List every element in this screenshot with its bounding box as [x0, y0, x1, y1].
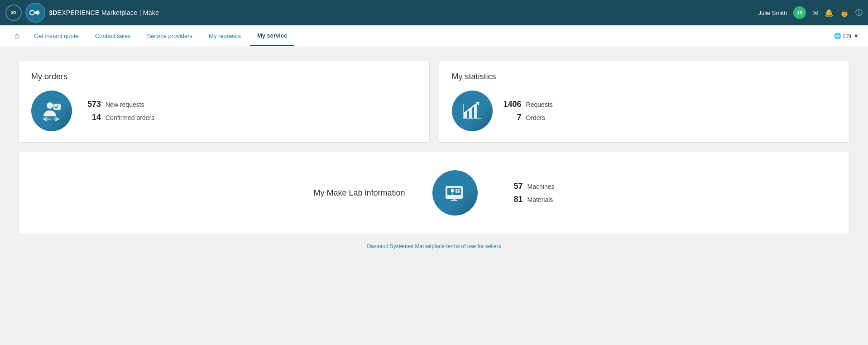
stat-num-orders: 7 [504, 113, 522, 122]
app-title: 3DEXPERIENCE Marketplace | Make [49, 9, 159, 16]
stat-label-confirmed-orders: Confirmed orders [106, 114, 154, 121]
stat-label-orders: Orders [526, 114, 546, 121]
nav-my-requests[interactable]: My requests [201, 26, 248, 46]
nav-my-service[interactable]: My service [250, 26, 295, 46]
svg-rect-12 [451, 189, 454, 192]
nav-contact-sales[interactable]: Contact sales [88, 26, 138, 46]
lang-label: EN [843, 33, 851, 39]
user-avatar[interactable]: JS [793, 6, 806, 19]
translate-icon: 🌐 [834, 33, 841, 39]
my-orders-title: My orders [31, 72, 417, 81]
logo-3d-icon: 3D [5, 5, 22, 21]
my-statistics-stats: 1406 Requests 7 Orders [504, 100, 553, 122]
svg-rect-17 [447, 196, 457, 197]
my-statistics-title: My statistics [452, 72, 837, 81]
svg-rect-20 [451, 200, 457, 201]
my-orders-stats: 573 New requests 14 Confirmed orders [83, 100, 154, 122]
svg-point-2 [37, 11, 40, 14]
my-makelab-card[interactable]: My Make Lab information [18, 152, 850, 234]
my-statistics-card[interactable]: My statistics 1406 [439, 61, 850, 143]
stat-orders: 7 Orders [504, 113, 553, 122]
my-statistics-body: 1406 Requests 7 Orders [452, 91, 837, 131]
stat-label-materials: Materials [528, 196, 553, 203]
terms-link[interactable]: Dassault Systèmes Marketplace terms of u… [367, 243, 501, 249]
stat-new-requests: 573 New requests [83, 100, 154, 109]
user-name: Julie Smith [758, 10, 787, 16]
stat-label-new-requests: New requests [106, 101, 144, 108]
stat-num-machines: 57 [505, 182, 523, 191]
svg-rect-19 [453, 199, 456, 200]
svg-rect-7 [474, 105, 477, 118]
footer: Dassault Systèmes Marketplace terms of u… [18, 234, 850, 259]
home-nav-icon[interactable]: ⌂ [9, 31, 25, 41]
my-makelab-title: My Make Lab information [313, 188, 405, 198]
bell-icon[interactable]: 🔔 [825, 9, 834, 17]
stat-num-confirmed-orders: 14 [83, 113, 101, 122]
my-makelab-icon [432, 170, 478, 216]
nav-get-instant-quote[interactable]: Get instant quote [27, 26, 86, 46]
header-right: Julie Smith JS ✉ 🔔 👨 ⓘ [758, 6, 863, 19]
stat-machines: 57 Machines [505, 182, 555, 191]
language-selector[interactable]: 🌐 EN ▼ [834, 33, 859, 39]
stat-num-requests: 1406 [504, 100, 522, 109]
main-content: My orders 573 New re [0, 47, 868, 345]
my-orders-body: 573 New requests 14 Confirmed orders [31, 91, 417, 131]
logo-app-icon [25, 3, 45, 23]
chevron-down-icon: ▼ [853, 33, 859, 39]
stat-num-new-requests: 573 [83, 100, 101, 109]
my-orders-icon [31, 91, 72, 131]
my-orders-card[interactable]: My orders 573 New re [18, 61, 430, 143]
stat-label-machines: Machines [528, 183, 555, 190]
stat-confirmed-orders: 14 Confirmed orders [83, 113, 154, 122]
my-statistics-icon [452, 91, 493, 131]
header: 3D 3DEXPERIENCE Marketplace | Make Julie… [0, 0, 868, 25]
help-icon[interactable]: ⓘ [855, 8, 863, 18]
stat-materials: 81 Materials [505, 195, 555, 204]
people-icon[interactable]: 👨 [840, 9, 849, 17]
svg-rect-18 [447, 198, 454, 199]
cards-row-top: My orders 573 New re [18, 61, 850, 143]
nav-service-providers[interactable]: Service providers [140, 26, 200, 46]
stat-label-requests: Requests [526, 101, 553, 108]
svg-point-0 [30, 10, 34, 15]
header-left: 3D 3DEXPERIENCE Marketplace | Make [5, 3, 159, 23]
my-makelab-stats: 57 Machines 81 Materials [505, 182, 555, 204]
svg-point-3 [47, 102, 53, 109]
stat-requests: 1406 Requests [504, 100, 553, 109]
stat-num-materials: 81 [505, 195, 523, 204]
navbar: ⌂ Get instant quote Contact sales Servic… [0, 25, 868, 47]
chat-icon[interactable]: ✉ [812, 9, 818, 17]
